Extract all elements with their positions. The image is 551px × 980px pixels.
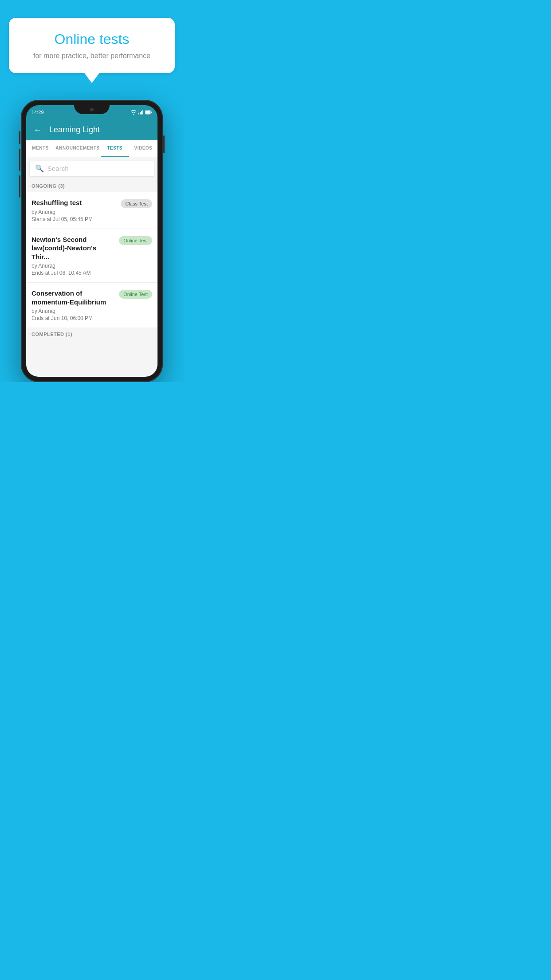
bubble-title: Online tests xyxy=(22,31,161,47)
signal-icon xyxy=(138,110,143,115)
tab-ments[interactable]: MENTS xyxy=(26,140,55,157)
test-author: by Anurag xyxy=(31,308,114,314)
time-value: Jul 05, 05:45 PM xyxy=(53,216,93,222)
search-icon: 🔍 xyxy=(35,164,44,173)
phone-screen: ← Learning Light MENTS ANNOUNCEMENTS TES… xyxy=(26,119,157,377)
test-author: by Anurag xyxy=(31,263,114,269)
wifi-icon xyxy=(130,110,137,115)
test-name: Conservation of momentum-Equilibrium xyxy=(31,289,114,306)
phone-outer: 14:29 xyxy=(21,100,163,382)
svg-rect-2 xyxy=(151,112,152,113)
test-item[interactable]: Conservation of momentum-Equilibrium by … xyxy=(26,283,157,328)
phone-mockup: 14:29 xyxy=(21,100,163,382)
tab-videos[interactable]: VIDEOS xyxy=(129,140,157,157)
svg-rect-1 xyxy=(146,111,150,114)
camera-lens xyxy=(90,108,94,111)
test-author: by Anurag xyxy=(31,209,116,215)
test-time: Ends at Jun 10, 06:00 PM xyxy=(31,315,114,321)
time-label: Ends at xyxy=(31,270,50,276)
ongoing-section-label: ONGOING (3) xyxy=(26,180,157,192)
volume-down-button xyxy=(19,175,20,198)
test-info: Reshuffling test by Anurag Starts at Jul… xyxy=(31,198,116,222)
tab-tests[interactable]: TESTS xyxy=(101,140,129,157)
power-button xyxy=(163,135,165,153)
test-name: Newton's Second law(contd)-Newton's Thir… xyxy=(31,235,114,261)
test-info: Newton's Second law(contd)-Newton's Thir… xyxy=(31,235,114,277)
test-time: Ends at Jul 06, 10:45 AM xyxy=(31,270,114,276)
search-bar[interactable]: 🔍 Search xyxy=(30,161,154,176)
back-button[interactable]: ← xyxy=(33,125,42,135)
test-name: Reshuffling test xyxy=(31,198,116,207)
app-header-title: Learning Light xyxy=(49,125,100,134)
status-time: 14:29 xyxy=(31,110,44,115)
test-item[interactable]: Reshuffling test by Anurag Starts at Jul… xyxy=(26,192,157,229)
time-label: Ends at xyxy=(31,315,50,321)
status-icons xyxy=(130,110,152,115)
hero-section: Online tests for more practice, better p… xyxy=(0,0,184,73)
mute-button xyxy=(19,131,20,144)
status-bar: 14:29 xyxy=(26,105,157,119)
test-item[interactable]: Newton's Second law(contd)-Newton's Thir… xyxy=(26,229,157,283)
phone-notch xyxy=(74,105,110,114)
time-value: Jul 06, 10:45 AM xyxy=(51,270,91,276)
volume-up-button xyxy=(19,149,20,171)
test-time: Starts at Jul 05, 05:45 PM xyxy=(31,216,116,222)
time-label: Starts at xyxy=(31,216,51,222)
online-test-badge: Online Test xyxy=(119,236,152,245)
time-value: Jun 10, 06:00 PM xyxy=(51,315,93,321)
tab-announcements[interactable]: ANNOUNCEMENTS xyxy=(55,140,100,157)
class-test-badge: Class Test xyxy=(121,199,152,208)
search-placeholder: Search xyxy=(47,165,69,172)
speech-bubble: Online tests for more practice, better p… xyxy=(9,18,175,73)
battery-icon xyxy=(145,110,152,115)
bubble-subtitle: for more practice, better performance xyxy=(22,52,161,60)
online-test-badge-2: Online Test xyxy=(119,290,152,299)
test-info: Conservation of momentum-Equilibrium by … xyxy=(31,289,114,321)
completed-section-label: COMPLETED (1) xyxy=(26,328,157,340)
tab-bar: MENTS ANNOUNCEMENTS TESTS VIDEOS xyxy=(26,140,157,157)
app-header: ← Learning Light xyxy=(26,119,157,140)
